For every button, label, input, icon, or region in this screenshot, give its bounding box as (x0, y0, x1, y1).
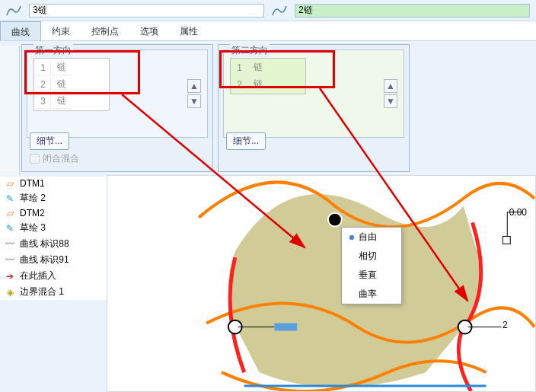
panel2-title: 第二方向 (230, 44, 270, 57)
panel1-chain-list[interactable]: 1链 2链 3链 (34, 58, 110, 111)
second-direction-input[interactable] (295, 4, 530, 18)
tree-label: 草绘 2 (20, 192, 46, 205)
tree-item-insert-here[interactable]: ➔在此插入 (0, 268, 107, 284)
detail-button-2[interactable]: 细节... (226, 132, 266, 150)
tab-control-points[interactable]: 控制点 (81, 21, 129, 40)
sketch-icon: ✎ (5, 223, 15, 234)
sketch-icon: ✎ (5, 193, 15, 204)
tree-item-dtm1[interactable]: ▱DTM1 (0, 177, 107, 190)
insert-icon: ➔ (5, 271, 15, 282)
svg-rect-5 (502, 236, 510, 244)
boundary-blend-icon: ◈ (5, 287, 15, 298)
curve-icon: 〰 (5, 255, 15, 266)
table-row: 2链 (232, 77, 267, 92)
cm-label: 垂直 (359, 269, 377, 282)
left-sidebar (0, 46, 20, 175)
detail-button-1[interactable]: 细节... (30, 132, 69, 150)
tree-label: 草绘 3 (20, 221, 46, 234)
panel-first-direction: 第一方向 1链 2链 3链 ▲ ▼ 细节... 闭合混合 (21, 44, 213, 172)
constraint-label-0: 0.00 (509, 207, 527, 218)
top-input-row (0, 0, 536, 21)
cm-item-normal[interactable]: 垂直 (342, 266, 401, 285)
cm-label: 曲率 (359, 288, 377, 301)
table-row: 3链 (36, 94, 71, 109)
closed-blend-checkbox (30, 154, 40, 164)
panel2-chain-list[interactable]: 1链 2链 (230, 58, 306, 94)
closed-blend-row[interactable]: 闭合混合 (30, 152, 79, 165)
tree-label: 曲线 标识88 (20, 237, 69, 250)
closed-blend-label: 闭合混合 (43, 152, 79, 165)
cm-item-tangent[interactable]: 相切 (342, 247, 401, 266)
tree-item-boundary-blend1[interactable]: ◈边界混合 1 (0, 284, 107, 300)
cm-label: 相切 (359, 250, 377, 263)
tree-label: 边界混合 1 (20, 285, 64, 298)
tangency-context-menu: 自由 相切 垂直 曲率 (341, 227, 402, 304)
plane-icon: ▱ (5, 178, 15, 189)
table-row: 1链 (36, 60, 71, 75)
table-row: 2链 (36, 77, 71, 92)
curve-options-panels: 第一方向 1链 2链 3链 ▲ ▼ 细节... 闭合混合 第二方向 1链 2链 (21, 44, 410, 172)
move-up-button[interactable]: ▲ (187, 79, 201, 93)
tab-curves[interactable]: 曲线 (0, 21, 41, 40)
table-row: 1链 (232, 60, 267, 75)
bullet-icon (349, 235, 354, 240)
graphics-canvas[interactable] (107, 175, 536, 392)
curve-set-icon-2 (272, 5, 287, 17)
constraint-label-2: 2 (502, 320, 508, 330)
tab-bar: 曲线 约束 控制点 选项 属性 (0, 21, 536, 41)
tree-item-dtm2[interactable]: ▱DTM2 (0, 206, 107, 220)
tab-properties[interactable]: 属性 (169, 21, 209, 40)
move-up-button-2[interactable]: ▲ (384, 79, 397, 93)
cm-item-free[interactable]: 自由 (342, 228, 401, 247)
tree-label: 在此插入 (20, 269, 56, 282)
tab-constraints[interactable]: 约束 (41, 21, 81, 40)
tree-label: DTM1 (20, 178, 45, 189)
move-down-button[interactable]: ▼ (187, 94, 201, 108)
move-down-button-2[interactable]: ▼ (384, 94, 397, 108)
cm-label: 自由 (359, 231, 377, 244)
curve-icon: 〰 (5, 239, 15, 250)
model-tree: ▱DTM1 ✎草绘 2 ▱DTM2 ✎草绘 3 〰曲线 标识88 〰曲线 标识9… (0, 177, 107, 300)
cm-item-curvature[interactable]: 曲率 (342, 285, 401, 304)
first-direction-input[interactable] (29, 4, 264, 18)
tree-item-curve91[interactable]: 〰曲线 标识91 (0, 252, 107, 268)
tree-label: 曲线 标识91 (20, 253, 69, 266)
panel-second-direction: 第二方向 1链 2链 ▲ ▼ 细节... (218, 44, 410, 172)
tab-options[interactable]: 选项 (129, 21, 169, 40)
svg-point-2 (328, 213, 342, 227)
tree-item-curve88[interactable]: 〰曲线 标识88 (0, 236, 107, 252)
tree-item-sketch3[interactable]: ✎草绘 3 (0, 220, 107, 236)
tree-label: DTM2 (20, 208, 45, 218)
tree-item-sketch2[interactable]: ✎草绘 2 (0, 190, 107, 206)
panel1-title: 第一方向 (34, 44, 73, 57)
plane-icon: ▱ (5, 208, 15, 218)
svg-rect-9 (274, 323, 297, 331)
curve-set-icon-1 (6, 5, 21, 17)
